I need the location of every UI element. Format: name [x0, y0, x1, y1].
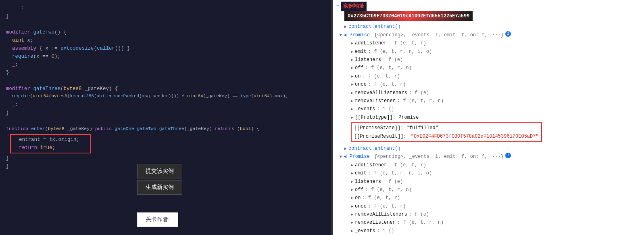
p2-events: _events: i {}: [351, 227, 641, 235]
code-line-return: return true;: [13, 144, 88, 152]
promise1-expand-icon[interactable]: [340, 31, 342, 39]
info-badge-1: i: [505, 31, 511, 37]
code-line-assembly: assembly { x := extcodesize(caller()) }: [6, 44, 325, 52]
code-line: }: [6, 109, 325, 117]
expand-icon[interactable]: [351, 80, 353, 88]
address-text: 0x2735Cfb9F733204019eA1092Efd6551225E7a5…: [344, 11, 473, 21]
code-line: modifier gateTwo() {: [6, 28, 325, 36]
expand-icon[interactable]: [344, 23, 347, 31]
code-line: _:: [6, 61, 325, 69]
promise2-items: addListener: f (e, t, r) emit: f (e, t, …: [336, 161, 641, 235]
code-content: _: } modifier gateTwo() { uint x; assemb…: [0, 0, 331, 174]
promise1-items: addListener: f (e, t, r) emit: f (e, t, …: [336, 39, 641, 143]
promise2-state: {<pending>, _events: i, emit: f, on: f,: [371, 153, 488, 161]
expand-icon[interactable]: [351, 39, 353, 47]
console-content: ⇒ 实例地址 0x2735Cfb9F733204019eA1092Efd6551…: [333, 0, 644, 235]
console-panel[interactable]: ⇒ 实例地址 0x2735Cfb9F733204019eA1092Efd6551…: [333, 0, 644, 235]
p1-removelistener: removeListener: f (e, t, r, n): [351, 97, 641, 105]
expand-icon[interactable]: [351, 218, 353, 227]
expand-icon[interactable]: [351, 178, 353, 186]
expand-icon[interactable]: [351, 227, 353, 235]
expand-icon[interactable]: [351, 105, 353, 113]
expand-icon[interactable]: [351, 89, 353, 97]
promise1-header: ◀ Promise {<pending>, _events: i, emit: …: [340, 31, 641, 39]
expand-icon[interactable]: [351, 169, 353, 177]
expand-icon[interactable]: [351, 194, 353, 202]
expand-icon[interactable]: [351, 202, 353, 210]
p1-addlistener: addListener: f (e, t, r): [351, 39, 641, 47]
level-author-label: 关卡作者:: [137, 212, 178, 227]
action-buttons-area: 提交该实例 生成新实例: [137, 164, 182, 195]
code-line: function enter(bytes8 _gateKey) public g…: [6, 125, 325, 133]
code-line: _:: [6, 4, 325, 12]
p2-once: once: f (e, t, r): [351, 202, 641, 210]
contract-call-1: contract.entrant(): [336, 23, 641, 31]
expand-icon[interactable]: [351, 97, 353, 105]
p1-listeners: listeners: f (e): [351, 56, 641, 64]
address-section: ⇒ 实例地址: [336, 2, 641, 11]
expand-icon[interactable]: [351, 56, 353, 64]
contract-call-2-text: contract.entrant(): [348, 145, 401, 153]
promise1-more: ···}: [489, 31, 504, 39]
p1-removeall: removeAllListeners: f (e): [351, 89, 641, 97]
p2-emit: emit: f (e, t, r, n, i, o): [351, 169, 641, 177]
highlighted-code-block: entrant = tx.origin; return true;: [10, 134, 91, 153]
p2-off: off: f (e, t, r, n): [351, 186, 641, 194]
code-line: [6, 117, 325, 125]
expand-icon-2[interactable]: [344, 145, 347, 153]
info-badge-2: i: [505, 153, 511, 158]
generate-button[interactable]: 生成新实例: [137, 180, 182, 195]
p1-promise-state: [[PromiseState]]: "fulfilled": [354, 124, 539, 132]
expand-icon[interactable]: [351, 48, 353, 56]
promise1-label: ◀ Promise: [344, 31, 370, 39]
expand-icon[interactable]: [351, 210, 353, 218]
code-line-entrant: entrant = tx.origin;: [13, 136, 88, 144]
code-line: require(uint64(bytes8(keccak256(abi.enco…: [6, 93, 325, 101]
expand-icon[interactable]: [351, 72, 353, 80]
address-value: 0x2735Cfb9F733204019eA1092Efd6551225E7a5…: [344, 11, 641, 21]
p1-events: _events: i {}: [351, 105, 641, 113]
code-editor: _: } modifier gateTwo() { uint x; assemb…: [0, 0, 331, 235]
code-line: require(x == 0);: [6, 52, 325, 61]
submit-button[interactable]: 提交该实例: [137, 164, 182, 178]
p1-emit: emit: f (e, t, r, n, i, o): [351, 48, 641, 56]
code-line: uint x;: [6, 36, 325, 44]
code-line: modifier gateThree(bytes8 _gateKey) {: [6, 85, 325, 93]
contract-call-2: contract.entrant(): [336, 145, 641, 153]
code-line: [6, 20, 325, 28]
expand-icon[interactable]: [351, 113, 353, 122]
p2-addlistener: addListener: f (e, t, r): [351, 161, 641, 169]
expand-icon[interactable]: [351, 186, 353, 194]
p1-promise-result: [[PromiseResult]]: "0xE92F4FD673fCB0f578…: [354, 132, 539, 141]
p2-listeners: listeners: f (e): [351, 178, 641, 186]
promise2-more: ···}: [489, 153, 504, 161]
contract-call-text: contract.entrant(): [348, 23, 401, 31]
p1-once: once: f (e, t, r): [351, 80, 641, 88]
address-label: 实例地址: [341, 2, 367, 11]
code-line: }: [6, 12, 325, 20]
p1-prototype: [[Prototype]]: Promise: [351, 113, 641, 122]
promise2-expand-icon[interactable]: [340, 153, 342, 161]
code-line: [6, 77, 325, 85]
p2-removeall: removeAllListeners: f (e): [351, 210, 641, 218]
expand-icon[interactable]: [351, 161, 353, 169]
p2-removelistener: removeListener: f (e, t, r, n): [351, 218, 641, 227]
promise1-fulfilled-box: [[PromiseState]]: "fulfilled" [[PromiseR…: [351, 122, 542, 142]
arrow-right-icon: ⇒: [336, 2, 339, 10]
p1-on: on: f (e, t, r): [351, 72, 641, 80]
code-line: }: [6, 69, 325, 77]
promise1-state: {<pending>, _events: i, emit: f, on: f,: [371, 31, 488, 39]
expand-icon[interactable]: [351, 64, 353, 72]
promise2-label: ◀ Promise: [344, 153, 370, 161]
code-line: _:: [6, 101, 325, 109]
code-line: }: [6, 154, 325, 162]
promise2-header: ◀ Promise {<pending>, _events: i, emit: …: [340, 153, 641, 161]
p1-off: off: f (e, t, r, n): [351, 64, 641, 72]
p2-on: on: f (e, t, r): [351, 194, 641, 202]
